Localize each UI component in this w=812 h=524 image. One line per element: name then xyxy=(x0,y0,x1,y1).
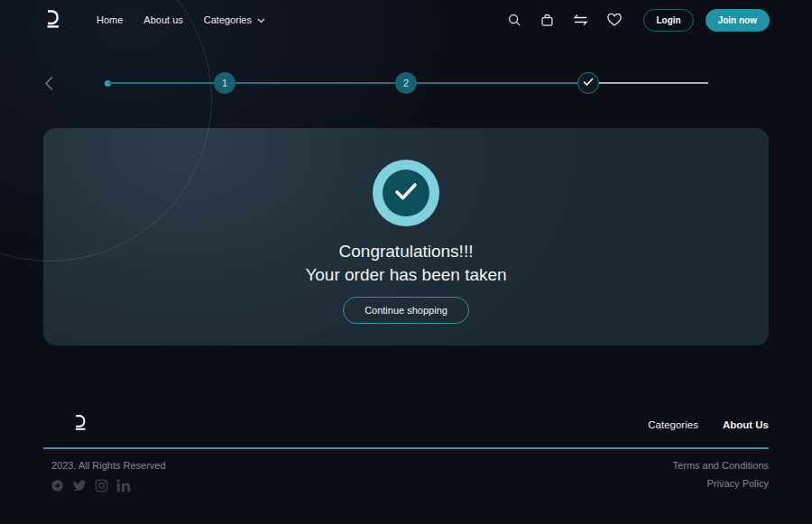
stepper-track-completed xyxy=(108,82,588,84)
footer-link-about-us[interactable]: About Us xyxy=(723,419,769,430)
twitter-icon[interactable] xyxy=(72,480,87,492)
wishlist-heart-icon[interactable] xyxy=(607,14,622,26)
step-1-label: 1 xyxy=(222,78,227,88)
compare-arrows-icon[interactable] xyxy=(573,14,588,26)
stepper-step-2[interactable]: 2 xyxy=(395,72,417,94)
check-icon xyxy=(394,182,418,205)
shopping-bag-icon[interactable] xyxy=(540,14,554,27)
privacy-policy-link[interactable]: Privacy Policy xyxy=(707,478,769,489)
main-nav: Home About us Categories xyxy=(97,14,265,25)
checkout-stepper: 1 2 xyxy=(0,65,812,101)
nav-item-about[interactable]: About us xyxy=(143,14,182,25)
nav-item-categories[interactable]: Categories xyxy=(204,14,265,25)
order-taken-subtitle: Your order has been taken xyxy=(305,265,506,285)
brand-logo[interactable] xyxy=(42,9,62,32)
order-confirmation-page: Home About us Categories xyxy=(0,0,812,524)
step-2-label: 2 xyxy=(403,78,409,88)
chevron-down-icon xyxy=(257,14,265,25)
success-badge xyxy=(373,160,439,226)
footer-nav: Categories About Us xyxy=(648,419,769,430)
instagram-icon[interactable] xyxy=(95,479,108,492)
nav-categories-label: Categories xyxy=(204,14,252,25)
telegram-icon[interactable] xyxy=(51,479,64,492)
nav-about-label: About us xyxy=(143,14,182,25)
continue-shopping-button[interactable]: Continue shopping xyxy=(343,297,469,324)
top-navbar: Home About us Categories xyxy=(0,0,812,40)
join-now-button[interactable]: Join now xyxy=(706,9,770,32)
header-icon-group xyxy=(508,14,622,27)
congrats-title: Congratulations!!! xyxy=(339,242,474,262)
terms-and-conditions-link[interactable]: Terms and Conditions xyxy=(673,460,769,471)
search-icon[interactable] xyxy=(508,14,521,27)
stepper-track-remaining xyxy=(588,82,708,84)
success-badge-inner xyxy=(383,170,429,216)
back-chevron-icon[interactable] xyxy=(44,76,54,95)
nav-item-home[interactable]: Home xyxy=(97,14,123,25)
check-icon xyxy=(583,78,594,88)
copyright-text: 2023. All Rights Reserved xyxy=(51,460,166,471)
social-icons xyxy=(51,479,131,492)
stepper-step-3[interactable] xyxy=(577,72,599,94)
confirmation-card: Congratulations!!! Your order has been t… xyxy=(43,128,769,345)
footer-divider xyxy=(43,447,769,449)
linkedin-icon[interactable] xyxy=(116,479,131,492)
footer-link-categories[interactable]: Categories xyxy=(648,419,698,430)
stepper-step-1[interactable]: 1 xyxy=(214,72,235,94)
login-button[interactable]: Login xyxy=(643,9,693,32)
logo-icon xyxy=(42,9,62,32)
footer-brand-logo[interactable] xyxy=(71,413,88,435)
logo-icon xyxy=(71,418,88,434)
nav-home-label: Home xyxy=(97,14,123,25)
